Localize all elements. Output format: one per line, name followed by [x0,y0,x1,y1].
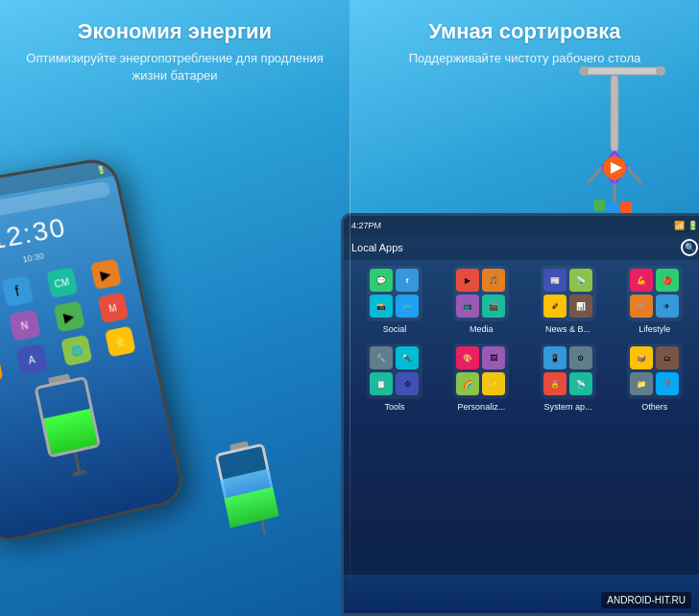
phone-app-icon: ⭐ [104,326,135,358]
left-title: Экономия энергии [78,19,272,44]
mini-icon: 🗂 [656,346,679,369]
phone-app-icon: ▶ [53,301,84,333]
svg-rect-1 [611,75,618,152]
mini-icon: 🗞 [543,295,566,318]
category-label-lifestyle: Lifestyle [639,324,670,334]
mini-icon: 📦 [630,346,653,369]
mini-icon: 🐦 [396,295,419,318]
app-category-news[interactable]: 📰 📡 🗞 📊 News & B... [535,266,602,334]
phone-mockup: ●●● 🔋 Search 12:30 10:30 💬 f CM ▶ [0,142,288,616]
tablet-status-bar: 4:27PM 📶 🔋 [344,216,699,235]
category-label-news: News & B... [545,324,591,334]
svg-line-4 [628,168,640,182]
phone-status-right: 🔋 [96,164,107,174]
app-category-lifestyle[interactable]: 💪 🍎 🛒 ✈ Lifestyle [621,266,688,334]
mini-icon: 💪 [630,269,653,292]
mini-icon: 🌈 [456,372,479,395]
mini-icon: 📸 [370,295,393,318]
app-category-personalize[interactable]: 🎨 🖼 🌈 ✨ Personaliz... [447,344,515,412]
tablet-status-icons: 📶 🔋 [674,221,698,230]
category-label-media: Media [470,324,494,334]
mini-icon: 💬 [370,269,393,292]
mini-icon: 📡 [569,269,592,292]
mini-icon: 🔦 [396,346,419,369]
mini-icon: 📊 [569,295,592,318]
app-category-system[interactable]: 📱 ⚙ 🔒 📡 System ap... [535,344,602,412]
watermark: ANDROID-HIT.RU [601,592,691,608]
tablet-search-button[interactable]: 🔍 [681,239,698,256]
mini-icon: 🛒 [630,295,653,318]
tablet-time: 4:27PM [351,221,381,230]
category-label-others: Others [641,402,667,412]
mini-icon: ✈ [656,295,679,318]
tablet-top-label: Local Apps [351,242,681,253]
phone-app-icon: CM [46,267,78,298]
app-row-2: 🔧 🔦 📋 ⚙ Tools 🎨 🖼 🌈 [344,340,699,414]
category-label-system: System ap... [544,402,592,412]
phone-app-icon: A [15,344,48,375]
svg-point-11 [579,66,589,76]
mini-icon: f [396,269,419,292]
category-label-social: Social [383,324,407,334]
phone-app-icon: N [8,310,40,342]
app-category-tools[interactable]: 🔧 🔦 📋 ⚙ Tools [361,344,428,412]
mini-icon: 📋 [370,372,393,395]
mini-icon: ⚙ [396,372,419,395]
panel-separator [350,0,350,616]
svg-line-3 [589,168,601,182]
right-title: Умная сортировка [428,19,620,44]
right-panel: Умная сортировка Поддерживайте чистоту р… [350,0,699,616]
svg-point-12 [656,66,665,76]
app-category-others[interactable]: 📦 🗂 📁 ❓ Others [621,344,688,412]
mini-icon: 🎬 [482,295,505,318]
mini-icon: 📱 [543,346,566,369]
svg-rect-8 [593,200,605,211]
mini-icon: 📁 [630,372,653,395]
phone-app-icon: 🏪 [0,353,3,386]
mini-icon: 📡 [569,372,592,395]
mini-icon: 📺 [456,295,479,318]
tablet-mockup: 4:27PM 📶 🔋 Local Apps 🔍 [341,213,699,616]
category-label-tools: Tools [385,402,405,412]
phone-app-icon: ▶ [90,259,122,290]
phone-body: ●●● 🔋 Search 12:30 10:30 💬 f CM ▶ [0,155,186,546]
mini-icon: ⚙ [569,346,592,369]
app-category-media[interactable]: ▶ 🎵 📺 🎬 Media [447,266,515,334]
mini-icon: ❓ [656,372,679,395]
tablet-body: 4:27PM 📶 🔋 Local Apps 🔍 [341,213,699,616]
svg-rect-0 [584,67,661,75]
phone-app-icon: 🌐 [60,335,92,367]
mini-icon: 🖼 [482,346,505,369]
main-container: Экономия энергии Оптимизируйте энергопот… [0,0,699,616]
app-row-1: 💬 f 📸 🐦 Social ▶ 🎵 📺 [344,260,699,336]
tablet-top-bar: Local Apps 🔍 [344,235,699,260]
mini-icon: 📰 [543,269,566,292]
phone-app-icon: M [97,293,129,324]
left-subtitle: Оптимизируйте энергопотребление для прод… [0,50,350,84]
svg-rect-10 [620,201,632,213]
tablet-screen: 4:27PM 📶 🔋 Local Apps 🔍 [344,216,699,613]
category-label-personalize: Personaliz... [458,402,506,412]
phone-app-icon: f [1,275,34,307]
phone-screen: ●●● 🔋 Search 12:30 10:30 💬 f CM ▶ [0,159,183,543]
mini-icon: 🔒 [543,372,566,395]
mini-icon: ▶ [456,269,479,292]
mini-icon: 🍎 [656,269,679,292]
mini-icon: 🎵 [482,269,505,292]
left-panel: Экономия энергии Оптимизируйте энергопот… [0,0,350,616]
app-category-social[interactable]: 💬 f 📸 🐦 Social [361,266,428,334]
mini-icon: 🎨 [456,346,479,369]
mini-icon: ✨ [482,372,505,395]
mini-icon: 🔧 [370,346,393,369]
